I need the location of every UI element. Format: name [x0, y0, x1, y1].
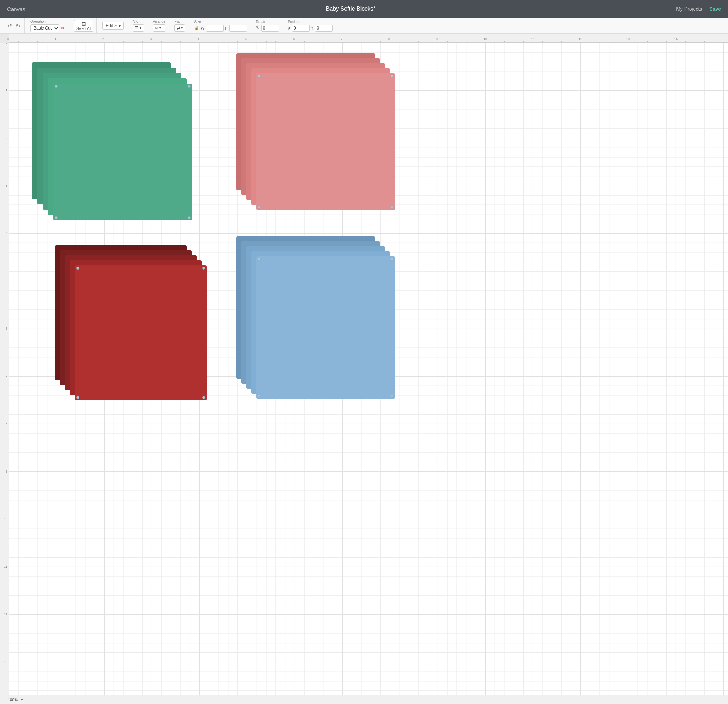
align-group: Align ☰ ▾: [130, 18, 147, 33]
corner-br: [188, 216, 191, 219]
align-chevron: ▾: [140, 26, 142, 30]
corner-tl: [55, 85, 58, 88]
lock-icon: 🔒: [194, 26, 199, 30]
toolbar: ↺ ↻ Operation Basic Cut ✏ ⊞ Select All E…: [0, 18, 728, 34]
arrange-group: Arrange ⧉ ▾: [150, 18, 169, 33]
flip-icon: ⇄: [177, 26, 180, 30]
top-navigation: Canvas Baby Softie Blocks* My Projects S…: [0, 0, 728, 18]
ruler-left-mark-0: 0: [6, 41, 7, 45]
ruler-top-mark-9: 9: [436, 37, 438, 41]
corner-tl: [258, 75, 261, 78]
redo-button[interactable]: ↻: [14, 21, 21, 30]
pen-icon: ✏: [61, 25, 65, 31]
flip-chevron: ▾: [181, 26, 183, 30]
teal-sheet-top[interactable]: [53, 84, 192, 220]
pos-x-input[interactable]: [292, 25, 310, 32]
rotate-group: Rotate ↻: [253, 18, 282, 33]
rotate-input[interactable]: [261, 25, 279, 32]
arrange-button[interactable]: ⧉ ▾: [153, 24, 166, 32]
align-button[interactable]: ☰ ▾: [133, 24, 144, 32]
ruler-top-mark-14: 14: [674, 37, 677, 41]
edit-label: Edit: [105, 23, 113, 28]
flip-button[interactable]: ⇄ ▾: [174, 24, 185, 32]
ruler-left-mark-2: 2: [6, 136, 7, 140]
edit-group: Edit ✂ ▾: [100, 18, 127, 33]
rotate-label: Rotate: [256, 20, 279, 24]
select-all-button[interactable]: ⊞ Select All: [74, 20, 94, 32]
arrange-label: Arrange: [153, 20, 166, 23]
ruler-top-mark-3: 3: [150, 37, 152, 41]
ruler-top-mark-8: 8: [388, 37, 390, 41]
pos-y-label: Y: [311, 26, 313, 30]
canvas-area[interactable]: 01234567891011121314 012345678910111213: [0, 34, 728, 384]
ruler-top-mark-11: 11: [531, 37, 534, 41]
size-h-label: H: [225, 26, 228, 30]
position-label: Position: [288, 20, 333, 24]
my-projects-link[interactable]: My Projects: [676, 6, 702, 12]
select-all-group: ⊞ Select All: [71, 18, 97, 33]
corner-tr: [391, 75, 393, 78]
ruler-top-mark-0: 0: [7, 37, 9, 41]
select-all-label: Select All: [77, 27, 91, 30]
undo-button[interactable]: ↺: [6, 21, 13, 30]
align-label: Align: [133, 20, 144, 23]
corner-br: [391, 206, 393, 209]
save-button[interactable]: Save: [709, 6, 721, 12]
pos-x-label: X: [288, 26, 290, 30]
corner-tl: [258, 258, 261, 261]
ruler-top-mark-1: 1: [55, 37, 56, 41]
ruler-left-mark-4: 4: [6, 231, 7, 235]
ruler-left-mark-3: 3: [6, 184, 7, 187]
pink-sheet-top[interactable]: [256, 73, 395, 210]
nav-actions: My Projects Save: [676, 6, 721, 12]
arrange-icon: ⧉: [155, 26, 158, 30]
position-group: Position X Y: [285, 18, 336, 33]
operation-select[interactable]: Basic Cut: [30, 24, 59, 32]
ruler-left-mark-7: 7: [6, 374, 7, 378]
rotate-icon: ↻: [256, 25, 260, 30]
ruler-top-mark-2: 2: [103, 37, 104, 41]
ruler-top-mark-4: 4: [198, 37, 199, 41]
arrange-chevron: ▾: [159, 26, 161, 30]
flip-group: Flip ⇄ ▾: [171, 18, 188, 33]
corner-tr: [188, 85, 191, 88]
align-icon: ☰: [135, 26, 139, 30]
ruler-left: 012345678910111213: [0, 43, 9, 384]
blue-sheet-top[interactable]: [256, 256, 395, 384]
operation-label: Operation: [30, 20, 65, 23]
ruler-left-mark-5: 5: [6, 279, 7, 283]
size-label: Size: [194, 20, 247, 24]
corner-bl: [258, 206, 261, 209]
ruler-top-mark-5: 5: [245, 37, 247, 41]
size-w-label: W: [201, 26, 204, 30]
undo-redo-group: ↺ ↻: [4, 18, 25, 33]
ruler-top-mark-13: 13: [626, 37, 630, 41]
ruler-left-mark-6: 6: [6, 327, 7, 330]
ruler-top-mark-7: 7: [341, 37, 342, 41]
corner-bl: [55, 216, 58, 219]
pos-y-input[interactable]: [315, 25, 333, 32]
ruler-top-mark-12: 12: [579, 37, 582, 41]
red-sheet-top[interactable]: [75, 265, 207, 384]
ruler-top-mark-6: 6: [293, 37, 295, 41]
ruler-top: 01234567891011121314: [9, 34, 728, 43]
scissors-icon: ✂: [114, 23, 118, 28]
size-h-input[interactable]: [229, 25, 247, 32]
size-w-input[interactable]: [206, 25, 224, 32]
edit-button[interactable]: Edit ✂ ▾: [103, 22, 124, 29]
size-group: Size 🔒 W H: [191, 18, 250, 33]
flip-label: Flip: [174, 20, 185, 23]
corner-tl: [77, 267, 79, 269]
project-title: Baby Softie Blocks*: [326, 6, 376, 12]
ruler-left-mark-1: 1: [6, 88, 7, 92]
canvas-label: Canvas: [7, 6, 25, 12]
corner-tr: [391, 258, 393, 261]
corner-tr: [202, 267, 205, 269]
grid-canvas[interactable]: [9, 43, 728, 384]
edit-chevron: ▾: [119, 24, 120, 28]
operation-group: Operation Basic Cut ✏: [27, 18, 68, 33]
ruler-top-mark-10: 10: [484, 37, 487, 41]
